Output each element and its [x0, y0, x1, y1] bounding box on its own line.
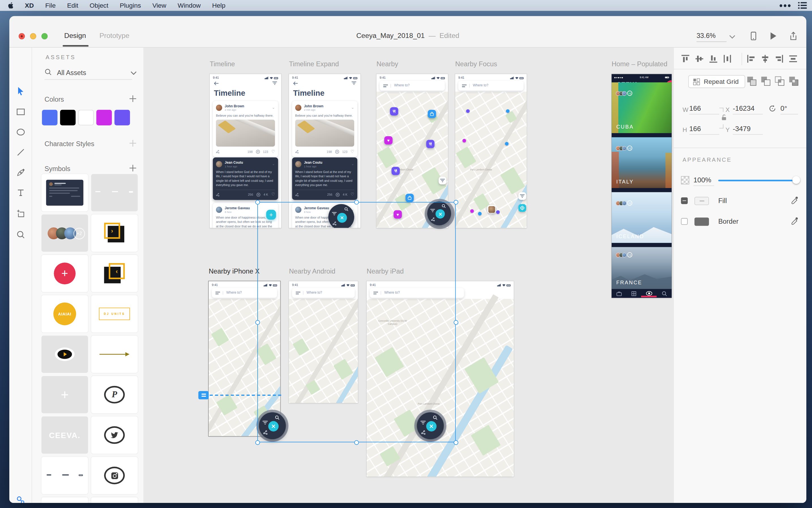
share-icon[interactable]	[216, 150, 220, 154]
map-dot[interactable]	[478, 212, 482, 215]
artboard-timeline-expand[interactable]: 9:41 Timeline John Brown2 min ago ⌄ Beli…	[289, 74, 360, 228]
menu-object[interactable]: Object	[90, 2, 109, 9]
border-color-swatch[interactable]	[694, 217, 709, 226]
symbol-play-button[interactable]	[41, 336, 88, 373]
map-filter-button[interactable]	[518, 192, 526, 200]
artboard-tool-icon[interactable]	[16, 209, 26, 219]
selection-handle-e[interactable]	[453, 320, 458, 324]
post-card-john-brown[interactable]: John Brown2 min ago ⌄ Believe you can an…	[213, 101, 278, 157]
back-arrow-icon[interactable]	[214, 81, 218, 86]
map-dot[interactable]	[496, 210, 500, 214]
post-menu-chevron-icon[interactable]: ⌄	[272, 162, 275, 166]
symbol-prev-button[interactable]: ‹	[91, 255, 138, 292]
comment-icon[interactable]	[335, 150, 339, 154]
selection-handle-n[interactable]	[354, 200, 359, 204]
symbol-share-nodes[interactable]	[41, 497, 88, 503]
search-icon[interactable]	[344, 207, 348, 212]
map-dot[interactable]	[506, 109, 510, 113]
align-right-icon[interactable]	[775, 54, 783, 63]
align-left-icon[interactable]	[747, 54, 756, 63]
menu-icon[interactable]	[374, 291, 378, 295]
explore-tab-icon[interactable]	[646, 291, 653, 296]
color-swatch-magenta[interactable]	[96, 110, 112, 125]
grid-tab-icon[interactable]	[631, 291, 636, 296]
menu-file[interactable]: File	[45, 2, 56, 9]
menu-help[interactable]: Help	[212, 2, 225, 9]
symbol-aiaiai-logo[interactable]: AIAIAI	[41, 295, 88, 333]
map-pin-favorite[interactable]: ♥	[393, 210, 402, 219]
zoom-dropdown-chevron-icon[interactable]	[729, 35, 735, 39]
text-tool-icon[interactable]	[16, 188, 26, 197]
share-icon[interactable]	[431, 217, 435, 221]
lock-open-icon[interactable]	[721, 114, 727, 121]
filter-icon[interactable]	[430, 209, 435, 212]
back-arrow-icon[interactable]	[293, 81, 298, 86]
artboard-timeline[interactable]: 9:41 Timeline John Brown2 min ago ⌄ Beli…	[210, 74, 281, 228]
map-dot[interactable]	[466, 109, 470, 113]
distribute-horizontal-icon[interactable]	[723, 54, 732, 63]
close-fab-button[interactable]	[435, 209, 445, 219]
symbol-avatar-group[interactable]: +2	[41, 214, 88, 252]
ellipse-tool-icon[interactable]	[16, 127, 26, 137]
boolean-union-icon[interactable]	[747, 76, 757, 86]
destination-card-italy[interactable]: +2 ITALY	[611, 137, 672, 188]
share-icon[interactable]	[332, 221, 337, 226]
assets-link-icon[interactable]	[16, 496, 26, 503]
menu-plugins[interactable]: Plugins	[120, 2, 141, 9]
map-pin-restaurant[interactable]	[426, 140, 434, 148]
filter-icon[interactable]	[332, 212, 336, 215]
menu-window[interactable]: Window	[178, 2, 201, 9]
symbol-post-card[interactable]	[41, 174, 88, 212]
play-preview-icon[interactable]	[769, 32, 777, 41]
eyedropper-icon[interactable]	[791, 196, 799, 204]
search-input[interactable]: Where to?	[370, 288, 464, 298]
comment-icon[interactable]	[256, 193, 260, 197]
x-field[interactable]: -16234	[733, 104, 763, 114]
assets-filter-dropdown[interactable]: All Assets	[57, 69, 86, 77]
map-pin-favorite[interactable]: ♥	[384, 136, 392, 144]
post-card-jean-coutu[interactable]: Jean Coutu1 hour ago ⌄ When I stand befo…	[213, 158, 278, 200]
rectangle-tool-icon[interactable]	[16, 107, 26, 117]
boolean-subtract-icon[interactable]	[761, 76, 771, 86]
line-tool-icon[interactable]	[16, 147, 26, 157]
artboard-nearby-ipad[interactable]: Concordia University (SGW Campus) Parc L…	[367, 281, 514, 476]
color-swatch-blue[interactable]	[42, 110, 57, 125]
add-symbol-icon[interactable]	[129, 165, 136, 172]
menu-icon[interactable]	[296, 291, 300, 295]
map-filter-button[interactable]	[438, 177, 446, 184]
artboard-home-populated[interactable]: 9:41 AM CEEVA. +2 CUBA +2 ITALY	[611, 74, 672, 298]
menu-icon[interactable]	[383, 84, 388, 87]
artboard-nearby-focus[interactable]: Parc Lambert-Closse 9:41 Where to?	[455, 74, 527, 228]
selection-handle-nw[interactable]	[255, 200, 260, 204]
close-fab-button[interactable]	[426, 421, 437, 431]
symbol-status-bar[interactable]	[91, 174, 138, 212]
share-export-icon[interactable]	[789, 32, 798, 41]
fill-color-swatch[interactable]	[694, 197, 709, 205]
share-icon[interactable]	[295, 150, 299, 154]
search-input[interactable]: Where to?	[292, 288, 355, 298]
border-checkbox[interactable]	[681, 218, 688, 225]
selection-handle-s[interactable]	[354, 440, 359, 444]
menu-edit[interactable]: Edit	[67, 2, 78, 9]
destination-card-cuba[interactable]: +2 CUBA	[611, 82, 672, 133]
opacity-slider[interactable]	[718, 180, 797, 181]
scroll-viewport-marker[interactable]	[199, 391, 209, 399]
boolean-exclude-icon[interactable]	[789, 76, 799, 86]
align-top-icon[interactable]	[681, 54, 690, 63]
symbol-status-bar-dark[interactable]	[41, 457, 88, 494]
opacity-field[interactable]: 100%	[693, 176, 714, 186]
symbol-add-button[interactable]: +	[41, 255, 88, 292]
artboard-label-home-populated[interactable]: Home – Populated	[611, 60, 667, 68]
align-horizontal-center-icon[interactable]	[761, 54, 770, 63]
symbol-ceeva-logo[interactable]: CEEVA.	[41, 417, 88, 454]
symbol-instagram[interactable]	[91, 457, 138, 494]
menu-view[interactable]: View	[152, 2, 166, 9]
map-avatar-pin[interactable]	[487, 205, 496, 213]
zoom-level-control[interactable]: 33.6%	[696, 32, 726, 42]
rotation-field[interactable]: 0°	[780, 104, 798, 114]
pen-tool-icon[interactable]	[16, 168, 26, 177]
search-input[interactable]: Where to?	[458, 81, 523, 91]
comment-icon[interactable]	[336, 193, 340, 197]
artboard-label-timeline-expand[interactable]: Timeline Expand	[289, 60, 339, 68]
artboard-nearby-android[interactable]: 9:41 Where to?	[289, 281, 358, 403]
